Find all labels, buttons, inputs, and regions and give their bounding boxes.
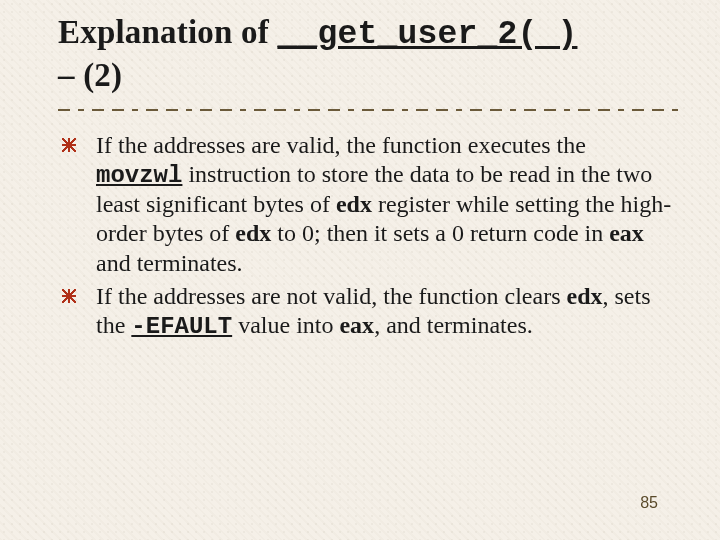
text: If the addresses are not valid, the func… <box>96 283 566 309</box>
reg-edx: edx <box>566 283 602 309</box>
code-efault: -EFAULT <box>131 313 232 340</box>
bullet-list: If the addresses are valid, the function… <box>58 131 682 342</box>
text: , and terminates. <box>374 312 533 338</box>
slide: Explanation of __get_user_2( ) – (2) If … <box>0 0 720 540</box>
reg-eax: eax <box>339 312 374 338</box>
slide-title: Explanation of __get_user_2( ) – (2) <box>58 12 682 97</box>
title-part: (2) <box>83 57 122 93</box>
text: value into <box>232 312 339 338</box>
text: to 0; then it sets a 0 return code in <box>271 220 609 246</box>
reg-edx: edx <box>336 191 372 217</box>
code-movzwl: movzwl <box>96 162 182 189</box>
title-divider <box>58 107 682 113</box>
text: and terminates. <box>96 250 243 276</box>
text: If the addresses are valid, the function… <box>96 132 586 158</box>
title-dash: – <box>58 57 75 93</box>
reg-eax: eax <box>609 220 644 246</box>
list-item: If the addresses are not valid, the func… <box>86 282 678 342</box>
title-code: __get_user_2( ) <box>277 16 577 53</box>
reg-edx: edx <box>235 220 271 246</box>
title-prefix: Explanation of <box>58 14 277 50</box>
list-item: If the addresses are valid, the function… <box>86 131 678 278</box>
page-number: 85 <box>640 494 658 512</box>
